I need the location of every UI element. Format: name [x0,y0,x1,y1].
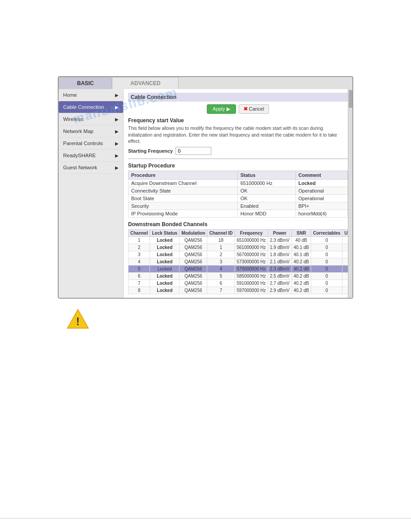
startup-col-comment: Comment [295,171,347,180]
downstream-cell: 4 [128,258,150,266]
downstream-cell: 2.3 dBmV [268,237,291,244]
startup-status-cell: OK [237,195,295,202]
downstream-cell: Locked [150,266,180,273]
downstream-cell: 40.2 dB [291,258,311,266]
downstream-cell: QAM256 [180,251,207,258]
downstream-section: Downstream Bonded Channels ChannelLock S… [128,221,348,294]
downstream-cell: 4 [207,266,235,273]
starting-frequency-label: Starting Frequency [128,148,173,154]
downstream-cell: 573000000 Hz [235,258,268,266]
sidebar-item-cable[interactable]: Cable Connection ▶ [59,101,123,113]
downstream-cell: 5 [128,266,150,273]
startup-comment-cell: Operational [295,195,347,202]
svg-text:!: ! [76,316,80,327]
downstream-cell: 2.7 dBmV [268,280,291,287]
sidebar-item-readyshare[interactable]: ReadySHARE ▶ [59,150,123,162]
downstream-cell: 2 [207,251,235,258]
downstream-title: Downstream Bonded Channels [128,221,348,227]
downstream-cell: Locked [150,287,180,294]
downstream-cell: 1.9 dBmV [268,244,291,251]
downstream-cell: QAM256 [180,273,207,280]
startup-procedure-cell: Boot State [128,195,238,202]
downstream-cell: Locked [150,237,180,244]
scrollbar[interactable] [348,89,352,298]
downstream-cell: 567000000 Hz [235,251,268,258]
warning-icon: ! [67,308,89,330]
startup-table: Procedure Status Comment Acquire Downstr… [128,171,348,218]
chevron-right-icon: ▶ [115,93,119,98]
downstream-header-cell: SNR [291,230,311,237]
sidebar-item-network-map[interactable]: Network Map ▶ [59,125,123,137]
freq-start-section: Frequency start Value This field below a… [128,117,348,155]
downstream-cell: QAM256 [180,258,207,266]
downstream-cell: QAM256 [180,266,207,273]
downstream-cell: 40.1 dB [291,244,311,251]
downstream-cell: 597000000 Hz [235,287,268,294]
downstream-cell: 40 dB [291,237,311,244]
tab-advanced[interactable]: ADVANCED [112,77,179,89]
downstream-cell: QAM256 [180,280,207,287]
sidebar-item-cable-label: Cable Connection [63,104,104,110]
downstream-cell: Locked [150,244,180,251]
downstream-cell: 18 [207,237,235,244]
downstream-cell: 585000000 Hz [235,273,268,280]
startup-comment-cell: Operational [295,187,347,195]
startup-status-cell: Honor MDD [237,210,295,218]
startup-title: Startup Procedure [128,163,348,169]
downstream-row: 2LockedQAM2561561000000 Hz1.9 dBmV40.1 d… [128,244,353,251]
downstream-cell: 3 [128,251,150,258]
downstream-cell: QAM256 [180,244,207,251]
downstream-cell: 6 [207,280,235,287]
startup-procedure-cell: IP Provisioning Mode [128,210,238,218]
downstream-cell: 0 [311,287,342,294]
sidebar-item-parental-label: Parental Controls [63,141,103,146]
downstream-cell: 5 [207,273,235,280]
startup-row: Acquire Downstream Channel651000000 HzLo… [128,180,348,187]
downstream-cell: 8 [128,287,150,294]
downstream-header-cell: Frequency [235,230,268,237]
downstream-cell: Locked [150,280,180,287]
router-body: Home ▶ Cable Connection ▶ Wireless ▶ Net… [59,89,352,298]
chevron-right-icon-cable: ▶ [115,105,119,110]
sidebar-item-home[interactable]: Home ▶ [59,89,123,101]
cancel-button[interactable]: ✖ Cancel [239,104,269,114]
downstream-cell: 3 [207,258,235,266]
downstream-row: 1LockedQAM25618651000000 Hz2.3 dBmV40 dB… [128,237,353,244]
downstream-header-cell: Channel [128,230,150,237]
downstream-cell: 40.2 dB [291,273,311,280]
downstream-cell: 40.2 dB [291,266,311,273]
downstream-cell: 1 [207,244,235,251]
downstream-row: 5LockedQAM2564579000000 Hz2.3 dBmV40.2 d… [128,266,353,273]
sidebar-item-wireless[interactable]: Wireless ▶ [59,113,123,125]
startup-col-status: Status [237,171,295,180]
freq-input-row: Starting Frequency [128,147,348,155]
downstream-cell: Locked [150,258,180,266]
downstream-cell: 0 [311,266,342,273]
router-ui: BASIC ADVANCED Home ▶ Cable Connection ▶… [58,76,353,299]
tab-basic[interactable]: BASIC [59,77,112,89]
startup-comment-cell: honorMdd(4) [295,210,347,218]
cancel-label: Cancel [249,106,264,112]
sidebar-item-network-map-label: Network Map [63,129,94,134]
sidebar-item-guest-label: Guest Network [63,165,97,170]
downstream-cell: 0 [311,258,342,266]
sidebar-item-parental[interactable]: Parental Controls ▶ [59,137,123,150]
apply-button[interactable]: Apply ▶ [207,104,236,114]
downstream-header-cell: Lock Status [150,230,180,237]
downstream-cell: 1 [128,237,150,244]
downstream-cell: 0 [311,273,342,280]
startup-col-procedure: Procedure [128,171,238,180]
sidebar: Home ▶ Cable Connection ▶ Wireless ▶ Net… [59,89,124,298]
sidebar-item-guest[interactable]: Guest Network ▶ [59,162,123,174]
freq-start-title: Frequency start Value [128,117,348,124]
x-icon: ✖ [244,106,248,112]
downstream-cell: 651000000 Hz [235,237,268,244]
starting-frequency-input[interactable] [176,147,211,155]
downstream-header-cell: Power [268,230,291,237]
downstream-row: 4LockedQAM2563573000000 Hz2.1 dBmV40.2 d… [128,258,353,266]
downstream-cell: 40.1 dB [291,251,311,258]
warning-section: ! [58,308,353,330]
downstream-cell: 1.8 dBmV [268,251,291,258]
chevron-right-icon-ready: ▶ [115,153,119,158]
downstream-cell: 591000000 Hz [235,280,268,287]
